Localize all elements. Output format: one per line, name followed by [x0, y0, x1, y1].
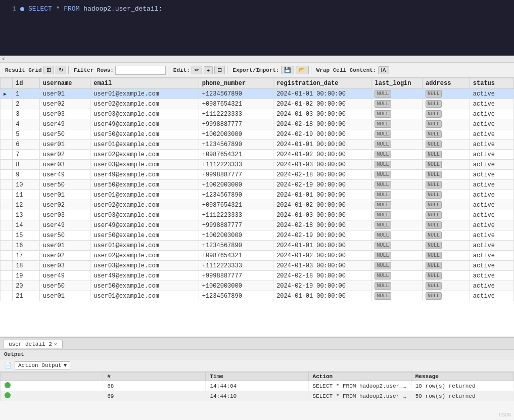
table-row[interactable]: 3user03user03@example.com+11122233332024… — [1, 109, 514, 119]
sql-editor[interactable]: 1 SELECT * FROM hadoop2.user_detail; — [0, 0, 514, 56]
table-row[interactable]: 5user50user50@example.com+10020030002024… — [1, 129, 514, 139]
table-row[interactable]: 17user02user02@example.com+0987654321202… — [1, 251, 514, 261]
col-header-regdate[interactable]: registration_date — [273, 78, 371, 89]
table-row[interactable]: 11user01user01@example.com+1234567890202… — [1, 190, 514, 200]
col-header-id[interactable]: id — [13, 78, 40, 89]
horizontal-scrollbar[interactable]: < — [0, 56, 514, 63]
col-header-status[interactable]: status — [470, 78, 513, 89]
row-arrow — [1, 261, 13, 271]
cell-phone: +0987654321 — [199, 150, 273, 160]
table-row[interactable]: 2user02user02@example.com+09876543212024… — [1, 99, 514, 109]
cell-email: user02@example.com — [90, 99, 199, 109]
cell-regdate: 2024-01-03 00:00:00 — [273, 160, 371, 170]
output-table: # Time Action Message 6814:44:04SELECT *… — [0, 372, 514, 401]
export-btn1[interactable]: 💾 — [281, 66, 294, 74]
cell-id: 16 — [13, 241, 40, 251]
cell-regdate: 2024-01-01 00:00:00 — [273, 190, 371, 200]
cell-regdate: 2024-01-02 00:00:00 — [273, 200, 371, 210]
col-header-login[interactable]: last_login — [371, 78, 423, 89]
output-status-cell — [1, 391, 103, 401]
tab-user-detail-2[interactable]: user_detail 2 ✕ — [3, 340, 63, 348]
table-row[interactable]: ▶1user01user01@example.com+1234567890202… — [1, 89, 514, 99]
refresh-btn[interactable]: ↻ — [56, 66, 66, 74]
table-row[interactable]: 13user03user03@example.com+1112223333202… — [1, 210, 514, 220]
col-header-username[interactable]: username — [39, 78, 90, 89]
table-row[interactable]: 9user49user49@example.com+99988877772024… — [1, 170, 514, 180]
null-badge: NULL — [375, 211, 391, 219]
null-badge: NULL — [375, 272, 391, 279]
cell-phone: +0987654321 — [199, 251, 273, 261]
cell-username: user01 — [39, 241, 90, 251]
table-row[interactable]: 19user49user49@example.com+9998887777202… — [1, 271, 514, 281]
cell-phone: +1234567890 — [199, 291, 273, 301]
table-row[interactable]: 4user49user49@example.com+99988877772024… — [1, 119, 514, 129]
null-badge: NULL — [426, 262, 442, 269]
table-row[interactable]: 20user50user50@example.com+1002003000202… — [1, 281, 514, 291]
export-btn2[interactable]: 📂 — [296, 66, 309, 74]
table-row[interactable]: 16user01user01@example.com+1234567890202… — [1, 241, 514, 251]
cell-regdate: 2024-02-18 00:00:00 — [273, 220, 371, 230]
action-output-selector[interactable]: Action Output ▼ — [15, 361, 70, 369]
cell-id: 1 — [13, 89, 40, 99]
table-row[interactable]: 18user03user03@example.com+1112223333202… — [1, 261, 514, 271]
table-row[interactable]: 6user01user01@example.com+12345678902024… — [1, 139, 514, 150]
edit-btn2[interactable]: + — [204, 66, 213, 74]
output-col-status — [1, 372, 103, 381]
table-row[interactable]: 7user02user02@example.com+09876543212024… — [1, 150, 514, 160]
wrap-btn[interactable]: IA — [378, 66, 389, 74]
cell-regdate: 2024-02-18 00:00:00 — [273, 271, 371, 281]
cell-status: active — [470, 230, 513, 241]
cell-address: NULL — [423, 119, 470, 129]
table-row[interactable]: 21user01user01@example.com+1234567890202… — [1, 291, 514, 301]
cell-id: 12 — [13, 200, 40, 210]
col-header-email[interactable]: email — [90, 78, 199, 89]
scroll-indicator: < — [2, 57, 5, 62]
output-title: Output — [4, 351, 24, 357]
cell-regdate: 2024-01-03 00:00:00 — [273, 210, 371, 220]
table-row[interactable]: 8user03user03@example.com+11122233332024… — [1, 160, 514, 170]
filter-label: Filter Rows: — [74, 67, 114, 73]
table-row[interactable]: 15user50user50@example.com+1002003000202… — [1, 230, 514, 241]
cell-id: 21 — [13, 291, 40, 301]
cell-login: NULL — [371, 271, 423, 281]
output-table-wrapper[interactable]: # Time Action Message 6814:44:04SELECT *… — [0, 372, 514, 420]
data-table-wrapper[interactable]: id username email phone_number registrat… — [0, 78, 514, 337]
table-row[interactable]: 14user49user49@example.com+9998887777202… — [1, 220, 514, 230]
null-badge: NULL — [426, 231, 442, 239]
cell-phone: +1002003000 — [199, 129, 273, 139]
cell-address: NULL — [423, 230, 470, 241]
null-badge: NULL — [375, 252, 391, 259]
cell-phone: +1002003000 — [199, 230, 273, 241]
null-badge: NULL — [426, 161, 442, 168]
cell-username: user50 — [39, 129, 90, 139]
cell-status: active — [470, 291, 513, 301]
cell-address: NULL — [423, 109, 470, 119]
cell-email: user03@example.com — [90, 109, 199, 119]
sql-line-1: 1 SELECT * FROM hadoop2.user_detail; — [6, 4, 508, 15]
table-row[interactable]: 10user50user50@example.com+1002003000202… — [1, 180, 514, 190]
cell-phone: +9998887777 — [199, 119, 273, 129]
edit-btn3[interactable]: ⊟ — [214, 66, 225, 74]
edit-btn1[interactable]: ✏ — [192, 66, 202, 74]
null-badge: NULL — [426, 201, 442, 209]
cell-login: NULL — [371, 200, 423, 210]
tab-close-btn[interactable]: ✕ — [54, 341, 57, 347]
grid-view-btn[interactable]: ⊞ — [43, 66, 54, 74]
cell-status: active — [470, 170, 513, 180]
cell-status: active — [470, 119, 513, 129]
cell-status: active — [470, 241, 513, 251]
filter-input[interactable] — [115, 66, 166, 75]
cell-status: active — [470, 271, 513, 281]
output-cell-num: 68 — [103, 381, 206, 391]
cell-regdate: 2024-01-01 00:00:00 — [273, 291, 371, 301]
null-badge: NULL — [375, 231, 391, 239]
col-header-phone[interactable]: phone_number — [199, 78, 273, 89]
cell-id: 14 — [13, 220, 40, 230]
table-row[interactable]: 12user02user02@example.com+0987654321202… — [1, 200, 514, 210]
cell-regdate: 2024-02-19 00:00:00 — [273, 281, 371, 291]
output-panel: Output 📄 Action Output ▼ # Time Action M… — [0, 349, 514, 420]
cell-regdate: 2024-02-19 00:00:00 — [273, 129, 371, 139]
cell-email: user03@example.com — [90, 261, 199, 271]
cell-username: user50 — [39, 230, 90, 241]
col-header-address[interactable]: address — [423, 78, 470, 89]
